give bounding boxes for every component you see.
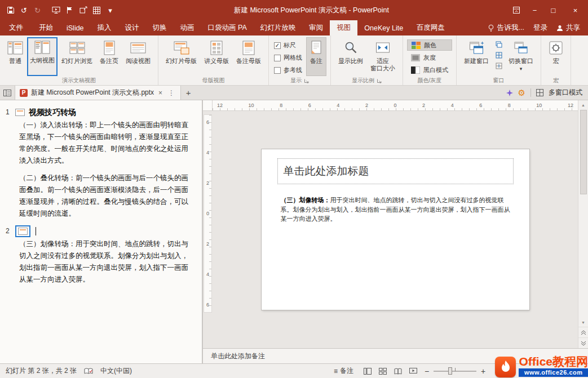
sparkle-icon[interactable] xyxy=(506,90,513,96)
title-placeholder[interactable]: 单击此处添加标题 xyxy=(277,158,514,184)
tab-view[interactable]: 视图 xyxy=(330,20,357,35)
zoom-ribbon-button[interactable]: 显示比例 xyxy=(335,37,366,76)
notes-page-icon xyxy=(103,40,116,56)
outline-slide-1-header[interactable]: 1 视频技巧转场 xyxy=(6,106,194,118)
slide-sorter-view-button[interactable] xyxy=(375,364,390,378)
table-grid-icon[interactable] xyxy=(91,4,103,16)
flag-icon[interactable] xyxy=(64,4,76,16)
zoom-dialog-launcher-icon[interactable] xyxy=(377,78,382,83)
group-show: ✓ 标尺 网格线 参考线 备注 xyxy=(269,35,331,85)
notes-toggle[interactable]: ≡ 备注 xyxy=(328,364,359,378)
ruler-checkbox[interactable]: ✓ 标尺 xyxy=(274,41,302,50)
maximize-button[interactable]: □ xyxy=(544,0,563,20)
tab-baidu-netdisk[interactable]: 百度网盘 xyxy=(410,20,452,35)
ribbon-display-options-icon[interactable] xyxy=(507,0,525,20)
handout-master-ribbon-button[interactable]: 讲义母版 xyxy=(201,37,232,76)
tab-insert[interactable]: 插入 xyxy=(91,20,118,35)
vertical-scrollbar[interactable]: ▲ ▼ xyxy=(578,100,588,348)
fit-to-window-ribbon-button[interactable]: 适应窗口大小 xyxy=(367,37,399,76)
notes-master-ribbon-button[interactable]: 备注母版 xyxy=(233,37,264,76)
outline-paragraph[interactable]: （二）叠化转场：前一个镜头的画面与后一个镜头的画面叠加。前一个镜头的画面逐渐模淡… xyxy=(19,172,194,220)
slide-counter[interactable]: 幻灯片 第 2 张，共 2 张 xyxy=(6,366,77,376)
outline-view-ribbon-button[interactable]: 大纲视图 xyxy=(27,37,58,76)
tab-animations[interactable]: 动画 xyxy=(174,20,201,35)
notes-lines-icon: ≡ xyxy=(334,367,338,375)
multi-window-mode-label[interactable]: 多窗口模式 xyxy=(549,88,582,97)
share-button[interactable]: 共享 xyxy=(556,23,580,33)
slide-2-icon[interactable] xyxy=(18,228,28,235)
previous-slide-button[interactable] xyxy=(578,327,588,337)
scroll-down-icon[interactable]: ▼ xyxy=(578,318,588,327)
new-document-tab-button[interactable]: + xyxy=(181,88,196,97)
zoom-slider[interactable] xyxy=(434,364,476,378)
pane-toggle-icon[interactable] xyxy=(0,90,15,96)
slide-canvas[interactable]: 单击此处添加标题 （三）划像转场：用于突出时间、地点的跳转，切出与切入之间没有过… xyxy=(262,149,529,310)
guides-checkbox[interactable]: 参考线 xyxy=(274,66,302,74)
close-document-tab-icon[interactable]: × xyxy=(157,89,163,97)
tell-me-box[interactable]: 告诉我... xyxy=(488,23,524,33)
tab-transitions[interactable]: 切换 xyxy=(146,20,174,35)
reading-view-ribbon-button[interactable]: 阅读视图 xyxy=(122,37,154,76)
tab-slideshow[interactable]: 幻灯片放映 xyxy=(254,20,303,35)
slide-sorter-ribbon-button[interactable]: 幻灯片浏览 xyxy=(58,37,96,76)
language-indicator[interactable]: 中文(中国) xyxy=(100,366,132,376)
slide-1-icon[interactable] xyxy=(15,109,25,116)
color-mode-button[interactable]: 颜色 xyxy=(407,39,452,51)
outline-pane[interactable]: 1 视频技巧转场 （一）淡入淡出转场：即上一个镜头的画面由明转暗直至黑场，下一个… xyxy=(0,100,202,363)
normal-view-button[interactable] xyxy=(360,364,374,378)
spellcheck-icon[interactable] xyxy=(84,368,93,375)
close-button[interactable]: × xyxy=(563,0,588,20)
undo-icon[interactable]: ↺ xyxy=(18,4,30,16)
customize-qat-icon[interactable]: ▾ xyxy=(104,4,116,16)
gridlines-checkbox[interactable]: 网格线 xyxy=(274,54,302,62)
switch-windows-ribbon-button[interactable]: 切换窗口 ▾ xyxy=(505,37,537,76)
new-window-ribbon-button[interactable]: 新建窗口 xyxy=(461,37,492,76)
normal-view-icon xyxy=(7,40,23,56)
tab-home[interactable]: 开始 xyxy=(32,20,60,35)
tab-file[interactable]: 文件 xyxy=(0,20,32,35)
settings-gear-icon[interactable]: ⚙ xyxy=(518,88,525,97)
zoom-slider-handle[interactable] xyxy=(448,367,452,375)
tab-review[interactable]: 审阅 xyxy=(302,20,330,35)
outline-slide-2-header[interactable]: 2 xyxy=(6,225,194,237)
black-white-mode-button[interactable]: 黑白模式 xyxy=(407,64,452,75)
tab-design[interactable]: 设计 xyxy=(118,20,146,35)
next-slide-button[interactable] xyxy=(578,337,588,348)
zoom-out-button[interactable]: − xyxy=(421,364,432,378)
vertical-ruler: 6420246 xyxy=(204,114,212,313)
move-split-icon[interactable] xyxy=(494,61,503,70)
start-slideshow-icon[interactable] xyxy=(50,4,62,16)
outline-slide-1-title[interactable]: 视频技巧转场 xyxy=(29,106,76,118)
outline-paragraph[interactable]: （一）淡入淡出转场：即上一个镜头的画面由明转暗直至黑场，下一个镜头的画面由暗转明… xyxy=(19,119,194,167)
grayscale-mode-button[interactable]: 灰度 xyxy=(407,52,452,63)
reading-view-button[interactable] xyxy=(391,364,405,378)
body-text-box[interactable]: （三）划像转场：用于突出时间、地点的跳转，切出与切入之间没有过多的视觉联系。划像… xyxy=(281,195,514,224)
slide-editing-canvas[interactable]: 单击此处添加标题 （三）划像转场：用于突出时间、地点的跳转，切出与切入之间没有过… xyxy=(213,111,578,348)
slide-master-ribbon-button[interactable]: 幻灯片母版 xyxy=(162,37,200,76)
export-window-icon[interactable] xyxy=(77,4,89,16)
scroll-up-icon[interactable]: ▲ xyxy=(578,100,588,109)
normal-view-ribbon-button[interactable]: 普通 xyxy=(4,37,26,76)
document-tab-menu-icon[interactable]: ⋮ xyxy=(167,89,176,97)
outline-paragraph[interactable]: （三）划像转场：用于突出时间、地点的跳转，切出与切入之间没有过多的视觉联系。划像… xyxy=(19,238,194,286)
sign-in-button[interactable]: 登录 xyxy=(533,23,547,33)
macros-ribbon-button[interactable]: 宏 xyxy=(545,37,567,76)
tab-pocket-animation[interactable]: 口袋动画 PA xyxy=(201,20,254,35)
notes-page-ribbon-button[interactable]: 备注页 xyxy=(96,37,122,76)
tab-onekey-lite[interactable]: OneKey Lite xyxy=(357,20,410,35)
scrollbar-thumb[interactable] xyxy=(580,110,587,194)
notes-ribbon-button[interactable]: 备注 xyxy=(306,37,326,76)
show-dialog-launcher-icon[interactable] xyxy=(304,78,309,83)
zoom-in-button[interactable]: + xyxy=(478,364,489,378)
slideshow-view-button[interactable] xyxy=(406,364,420,378)
group-label-window: 窗口 xyxy=(461,76,537,85)
ruler-corner xyxy=(203,100,213,111)
switch-windows-icon xyxy=(514,40,528,56)
minimize-button[interactable]: − xyxy=(525,0,544,20)
save-icon[interactable] xyxy=(5,4,16,16)
tab-islide[interactable]: iSlide xyxy=(60,20,91,35)
redo-icon[interactable]: ↻ xyxy=(32,4,43,16)
document-tab[interactable]: P 新建 Microsoft PowerPoint 演示文稿.pptx × ⋮ xyxy=(15,86,181,100)
cascade-windows-icon[interactable] xyxy=(494,40,503,49)
arrange-all-icon[interactable] xyxy=(494,51,503,60)
